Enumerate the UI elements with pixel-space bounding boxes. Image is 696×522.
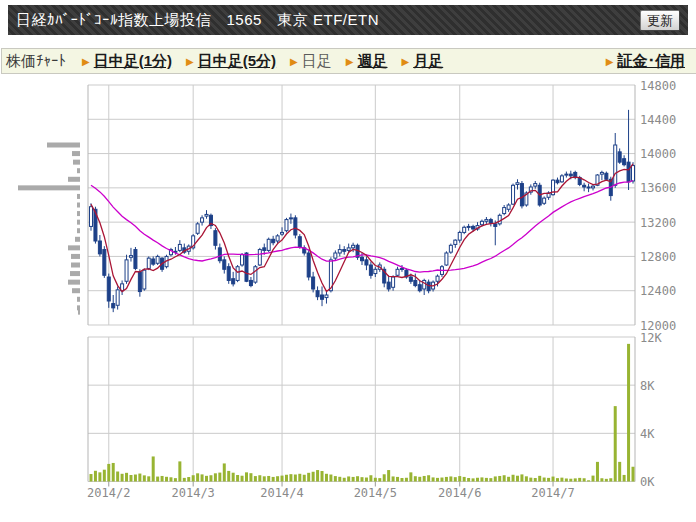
tab-intraday-1min[interactable]: ▶日中足(1分) [82, 52, 172, 71]
svg-text:2014/7: 2014/7 [531, 486, 574, 500]
svg-text:8K: 8K [640, 379, 655, 393]
svg-text:14800: 14800 [640, 79, 676, 93]
refresh-button[interactable]: 更新 [640, 10, 680, 31]
tab-arrow-icon: ▶ [186, 56, 194, 67]
stock-chart-svg: 1480014400140001360013200128001240012000… [0, 78, 696, 522]
tab-arrow-icon: ▶ [346, 56, 354, 67]
tab-intraday-5min[interactable]: ▶日中足(5分) [186, 52, 276, 71]
svg-text:2014/6: 2014/6 [438, 486, 481, 500]
nav-section-label: 株価ﾁｬｰﾄ [6, 52, 66, 71]
tab-margin-credit[interactable]: ▶証金･信用 [606, 52, 685, 71]
tab-weekly[interactable]: ▶週足 [346, 52, 388, 71]
stock-chart: 1480014400140001360013200128001240012000… [0, 78, 696, 522]
tab-daily[interactable]: ▶日足 [290, 52, 332, 71]
svg-text:13600: 13600 [640, 181, 676, 195]
svg-text:12K: 12K [640, 331, 662, 345]
svg-text:14000: 14000 [640, 147, 676, 161]
instrument-title: 日経ｶﾊﾞｰﾄﾞｺｰﾙ指数上場投信 1565 東京 ETF/ETN [16, 11, 379, 30]
svg-text:0K: 0K [640, 475, 655, 489]
chart-period-tabs: ▶日中足(1分)▶日中足(5分)▶日足▶週足▶月足 [82, 51, 457, 71]
tab-arrow-icon: ▶ [606, 56, 614, 67]
chart-period-nav: 株価ﾁｬｰﾄ ▶日中足(1分)▶日中足(5分)▶日足▶週足▶月足 ▶証金･信用 [1, 48, 696, 74]
tab-monthly[interactable]: ▶月足 [402, 52, 444, 71]
svg-text:2014/3: 2014/3 [172, 486, 215, 500]
tab-arrow-icon: ▶ [402, 56, 410, 67]
svg-text:4K: 4K [640, 427, 655, 441]
tab-arrow-icon: ▶ [290, 56, 298, 67]
svg-text:13200: 13200 [640, 216, 676, 230]
tab-arrow-icon: ▶ [82, 56, 90, 67]
svg-text:2014/4: 2014/4 [260, 486, 303, 500]
svg-text:2014/5: 2014/5 [354, 486, 397, 500]
svg-text:12800: 12800 [640, 250, 676, 264]
svg-text:14400: 14400 [640, 113, 676, 127]
title-bar: 日経ｶﾊﾞｰﾄﾞｺｰﾙ指数上場投信 1565 東京 ETF/ETN 更新 [8, 5, 688, 35]
svg-text:2014/2: 2014/2 [87, 486, 130, 500]
svg-text:12400: 12400 [640, 284, 676, 298]
